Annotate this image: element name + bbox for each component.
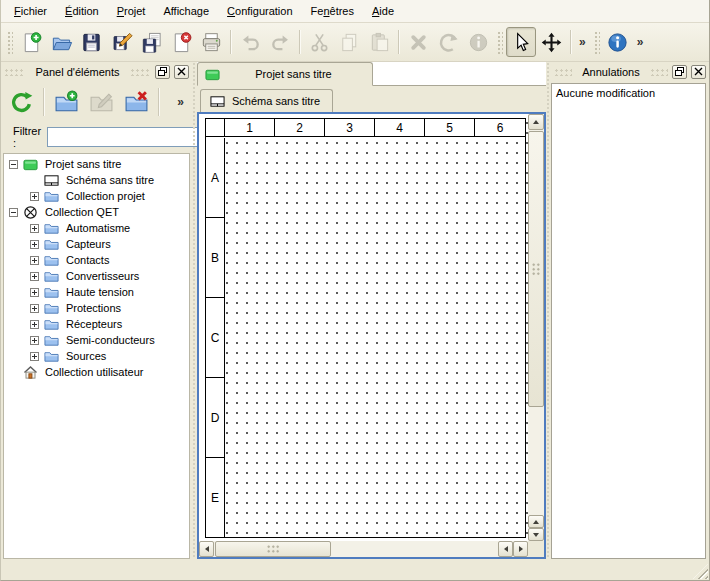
menu-fenetres[interactable]: Fenêtres — [302, 2, 363, 20]
tab-schema[interactable]: Schéma sans titre — [200, 89, 333, 112]
toolbar-drag-handle[interactable] — [496, 30, 503, 54]
delete-category-button[interactable] — [120, 86, 152, 118]
rotate-button[interactable] — [433, 27, 463, 57]
expander-plus-icon[interactable] — [30, 336, 39, 345]
diagram-row-B: B — [206, 218, 224, 298]
tree-item-recepteurs[interactable]: Récepteurs — [4, 316, 189, 332]
print-button[interactable] — [196, 27, 226, 57]
float-icon — [158, 67, 167, 76]
tree-item-schema-sans-titre[interactable]: Schéma sans titre — [4, 172, 189, 188]
expander-plus-icon[interactable] — [30, 272, 39, 281]
menu-edition[interactable]: Édition — [56, 2, 108, 20]
expander-minus-icon[interactable] — [9, 160, 18, 169]
status-strip — [1, 559, 709, 580]
element-info-button[interactable] — [463, 27, 493, 57]
menu-projet[interactable]: Projet — [108, 2, 155, 20]
tree-item-capteurs[interactable]: Capteurs — [4, 236, 189, 252]
tree-item-semi-conducteurs[interactable]: Semi-conducteurs — [4, 332, 189, 348]
toolbar-overflow-button[interactable]: » — [633, 35, 648, 49]
folder-icon — [43, 349, 60, 364]
arrow-up-icon — [533, 117, 539, 124]
vertical-scroll-thumb[interactable] — [528, 131, 544, 407]
scroll-left-button[interactable] — [199, 541, 214, 557]
paste-button[interactable] — [364, 27, 394, 57]
move-tool-button[interactable] — [536, 27, 566, 57]
tree-item-protections[interactable]: Protections — [4, 300, 189, 316]
dock-drag-handle[interactable] — [130, 67, 151, 76]
expander-plus-icon[interactable] — [30, 224, 39, 233]
vertical-scrollbar[interactable] — [528, 114, 544, 541]
undo-button[interactable] — [235, 27, 265, 57]
save-as-button[interactable] — [106, 27, 136, 57]
copy-button[interactable] — [334, 27, 364, 57]
tree-item-automatisme[interactable]: Automatisme — [4, 220, 189, 236]
reload-collections-button[interactable] — [5, 86, 37, 118]
expander-plus-icon[interactable] — [30, 288, 39, 297]
tree-item-haute-tension[interactable]: Haute tension — [4, 284, 189, 300]
tree-item-label: Schéma sans titre — [64, 174, 154, 186]
expander-plus-icon[interactable] — [30, 192, 39, 201]
toolbar-drag-handle[interactable] — [6, 30, 13, 54]
dock-drag-handle[interactable] — [4, 67, 25, 76]
expander-plus-icon[interactable] — [30, 352, 39, 361]
open-project-button[interactable] — [46, 27, 76, 57]
expander-plus-icon[interactable] — [30, 256, 39, 265]
schema-tab-label: Schéma sans titre — [232, 95, 320, 107]
dock-drag-handle[interactable] — [554, 67, 572, 76]
scroll-up-button[interactable] — [528, 114, 544, 130]
tab-project[interactable]: Projet sans titre — [197, 62, 373, 86]
cut-icon — [308, 31, 331, 54]
expander-plus-icon[interactable] — [30, 240, 39, 249]
expander-minus-icon[interactable] — [9, 208, 18, 217]
panel-toolbar-overflow-button[interactable]: » — [173, 95, 188, 109]
new-category-button[interactable] — [50, 86, 82, 118]
cut-button[interactable] — [304, 27, 334, 57]
diagram-canvas[interactable]: 123456 ABCDE — [199, 114, 528, 541]
dock-close-button[interactable] — [691, 65, 706, 79]
menu-fichier[interactable]: Fichier — [5, 2, 56, 20]
qet-info-button[interactable] — [603, 27, 633, 57]
save-all-button[interactable] — [136, 27, 166, 57]
horizontal-scrollbar[interactable] — [199, 541, 528, 557]
tree-item-collection-projet[interactable]: Collection projet — [4, 188, 189, 204]
move-tool-icon — [540, 31, 563, 54]
dock-close-button[interactable] — [174, 65, 189, 79]
delete-button[interactable] — [403, 27, 433, 57]
redo-button[interactable] — [265, 27, 295, 57]
expander-plus-icon[interactable] — [30, 320, 39, 329]
close-icon — [177, 67, 186, 76]
elements-panel-title: Panel d'éléments — [29, 66, 125, 78]
scroll-right-button[interactable] — [513, 541, 528, 557]
save-button[interactable] — [76, 27, 106, 57]
dock-float-button[interactable] — [155, 65, 170, 79]
tree-item-contacts[interactable]: Contacts — [4, 252, 189, 268]
toolbar-overflow-button[interactable]: » — [575, 35, 590, 49]
new-document-button[interactable] — [16, 27, 46, 57]
element-tree[interactable]: Projet sans titreSchéma sans titreCollec… — [3, 153, 190, 559]
close-file-button[interactable] — [166, 27, 196, 57]
tree-item-convertisseurs[interactable]: Convertisseurs — [4, 268, 189, 284]
scroll-up-button-2[interactable] — [528, 515, 544, 528]
tree-item-sources[interactable]: Sources — [4, 348, 189, 364]
toolbar-drag-handle[interactable] — [593, 30, 600, 54]
scroll-left-button-2[interactable] — [498, 541, 513, 557]
expander-plus-icon[interactable] — [30, 304, 39, 313]
horizontal-scroll-thumb[interactable] — [215, 541, 331, 557]
filter-input[interactable] — [47, 127, 199, 147]
undo-history-list[interactable]: Aucune modification — [551, 83, 706, 559]
scroll-down-button[interactable] — [528, 528, 544, 541]
edit-category-button[interactable] — [85, 86, 117, 118]
select-tool-button[interactable] — [506, 27, 536, 57]
menu-configuration[interactable]: Configuration — [218, 2, 301, 20]
dock-float-button[interactable] — [672, 65, 687, 79]
undo-panel-header: Annulations — [551, 62, 709, 81]
tree-item-collection-utilisateur[interactable]: Collection utilisateur — [4, 364, 189, 380]
menu-affichage[interactable]: Affichage — [154, 2, 218, 20]
tree-item-label: Projet sans titre — [43, 158, 121, 170]
resize-grip[interactable] — [693, 564, 708, 579]
menu-aide[interactable]: Aide — [363, 2, 403, 20]
tree-item-collection-qet[interactable]: Collection QET — [4, 204, 189, 220]
tree-item-projet-sans-titre[interactable]: Projet sans titre — [4, 156, 189, 172]
redo-icon — [269, 31, 292, 54]
dock-drag-handle[interactable] — [650, 67, 668, 76]
